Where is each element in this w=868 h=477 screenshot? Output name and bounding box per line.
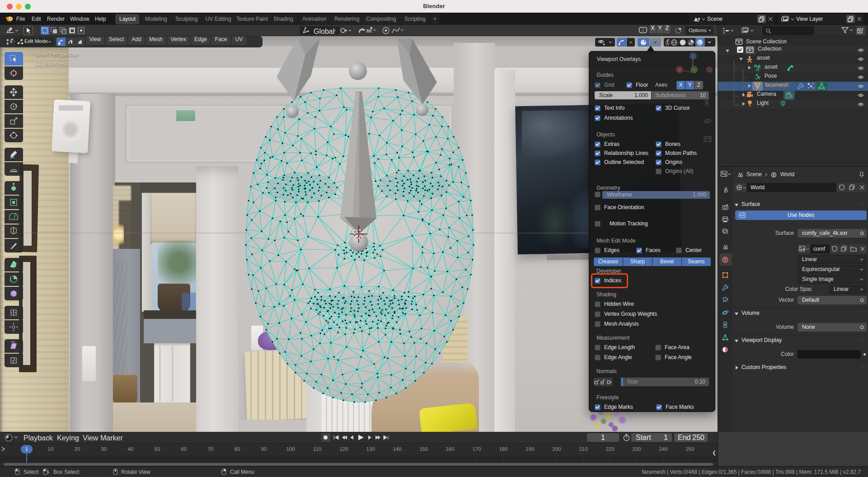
svg-text:Y: Y <box>693 68 695 72</box>
svg-text:Z: Z <box>692 54 694 59</box>
svg-text:X: X <box>678 68 681 72</box>
